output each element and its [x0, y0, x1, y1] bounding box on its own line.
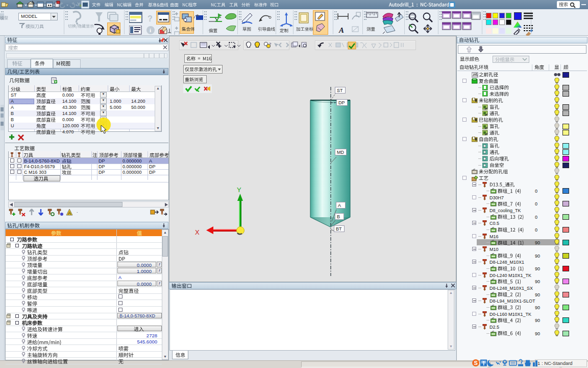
svg-text:Y: Y — [237, 187, 241, 194]
svg-text:S: S — [474, 360, 478, 366]
svg-text:A: A — [338, 26, 344, 34]
svg-text:X: X — [195, 228, 200, 236]
svg-text:i: i — [150, 27, 151, 33]
svg-text:?: ? — [148, 14, 153, 23]
svg-text:A: A — [68, 211, 71, 216]
